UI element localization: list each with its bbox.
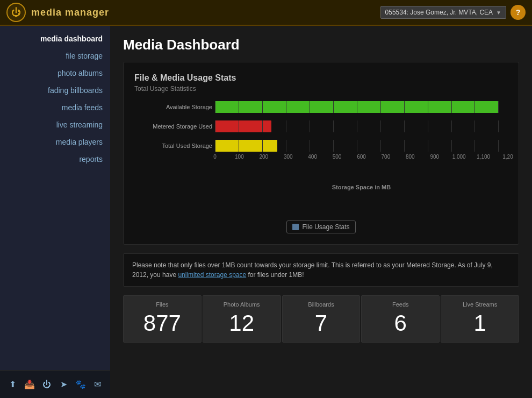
x-tick-1: 100 bbox=[235, 154, 244, 160]
sidebar-item-fading-billboards[interactable]: fading billboards bbox=[0, 82, 110, 99]
x-tick-12: 1,20 bbox=[502, 154, 513, 160]
download-icon[interactable]: 📥 bbox=[22, 377, 37, 392]
upload-icon[interactable]: ⬆ bbox=[5, 377, 20, 392]
chart-bar-label-available: Available Storage bbox=[134, 104, 212, 110]
stat-value-live-streams: 1 bbox=[445, 312, 514, 335]
x-tick-3: 300 bbox=[284, 154, 293, 160]
app-header: ⏻ media manager 055534: Jose Gomez, Jr. … bbox=[0, 0, 532, 26]
sidebar-nav: media dashboardfile storagephoto albumsf… bbox=[0, 26, 110, 370]
sidebar: media dashboardfile storagephoto albumsf… bbox=[0, 26, 110, 398]
legend-file-usage[interactable]: File Usage Stats bbox=[286, 221, 355, 233]
stat-card-live-streams: Live Streams1 bbox=[441, 295, 519, 343]
chart-bar-row-total: Total Used Storage bbox=[215, 140, 508, 152]
header-right: 055534: Jose Gomez, Jr. MVTA, CEA ▼ ? bbox=[380, 5, 526, 20]
info-text-2: for files under 1MB! bbox=[248, 271, 304, 279]
legend-color-swatch bbox=[292, 224, 299, 230]
chart-legend: File Usage Stats bbox=[134, 221, 508, 233]
arrow-icon[interactable]: ➤ bbox=[56, 377, 71, 392]
help-button[interactable]: ? bbox=[511, 5, 526, 20]
stat-label-feeds: Feeds bbox=[366, 301, 435, 308]
bar-metered bbox=[215, 120, 271, 132]
bar-container-available bbox=[215, 101, 508, 113]
power-icon[interactable]: ⏻ bbox=[39, 377, 54, 392]
stat-card-files: Files877 bbox=[123, 295, 202, 343]
bar-total bbox=[215, 140, 277, 152]
stat-value-photo-albums: 12 bbox=[207, 312, 276, 335]
x-tick-11: 1,100 bbox=[477, 154, 490, 160]
stat-value-files: 877 bbox=[128, 312, 197, 335]
x-tick-4: 400 bbox=[308, 154, 317, 160]
bar-chart: Available StorageMetered Storage UsedTot… bbox=[134, 101, 508, 212]
chart-bar-label-metered: Metered Storage Used bbox=[134, 123, 212, 130]
x-tick-0: 0 bbox=[213, 154, 217, 160]
bar-container-metered bbox=[215, 120, 508, 132]
chart-card: File & Media Usage Stats Total Usage Sta… bbox=[123, 62, 519, 245]
sidebar-item-media-feeds[interactable]: media feeds bbox=[0, 99, 110, 116]
bar-available bbox=[215, 101, 498, 113]
chart-title: File & Media Usage Stats bbox=[134, 73, 508, 83]
main-content: Media Dashboard File & Media Usage Stats… bbox=[110, 26, 532, 398]
app-logo-icon: ⏻ bbox=[6, 3, 26, 22]
sidebar-item-reports[interactable]: reports bbox=[0, 151, 110, 168]
stat-card-photo-albums: Photo Albums12 bbox=[203, 295, 281, 343]
stats-row: Files877Photo Albums12Billboards7Feeds6L… bbox=[123, 295, 519, 343]
chart-bar-row-available: Available Storage bbox=[215, 101, 508, 113]
share-icon[interactable]: 🐾 bbox=[73, 377, 88, 392]
sidebar-item-file-storage[interactable]: file storage bbox=[0, 47, 110, 65]
x-tick-10: 1,000 bbox=[452, 154, 466, 160]
x-tick-5: 500 bbox=[333, 154, 342, 160]
x-axis-ticks: 01002003004005006007008009001,0001,1001,… bbox=[215, 154, 508, 165]
stat-value-billboards: 7 bbox=[287, 312, 356, 335]
chevron-down-icon: ▼ bbox=[496, 10, 501, 16]
page-title: Media Dashboard bbox=[123, 37, 519, 53]
chart-rows: Available StorageMetered Storage UsedTot… bbox=[215, 101, 508, 152]
user-dropdown[interactable]: 055534: Jose Gomez, Jr. MVTA, CEA ▼ bbox=[380, 6, 506, 19]
x-tick-6: 600 bbox=[357, 154, 366, 160]
mail-icon[interactable]: ✉ bbox=[90, 377, 105, 392]
stat-label-photo-albums: Photo Albums bbox=[207, 301, 276, 308]
sidebar-item-media-dashboard[interactable]: media dashboard bbox=[0, 30, 110, 47]
legend-label: File Usage Stats bbox=[302, 223, 349, 231]
stat-label-files: Files bbox=[128, 301, 197, 308]
sidebar-item-photo-albums[interactable]: photo albums bbox=[0, 65, 110, 82]
x-tick-9: 900 bbox=[430, 154, 439, 160]
chart-bar-row-metered: Metered Storage Used bbox=[215, 120, 508, 132]
x-tick-8: 800 bbox=[406, 154, 415, 160]
header-left: ⏻ media manager bbox=[6, 3, 109, 22]
info-text-block: Please note that only files over 1MB cou… bbox=[123, 253, 519, 287]
chart-subtitle: Total Usage Statistics bbox=[134, 85, 508, 93]
chart-bar-label-total: Total Used Storage bbox=[134, 143, 212, 149]
app-title: media manager bbox=[31, 7, 109, 18]
stat-card-feeds: Feeds6 bbox=[361, 295, 440, 343]
main-layout: media dashboardfile storagephoto albumsf… bbox=[0, 26, 532, 398]
sidebar-item-live-streaming[interactable]: live streaming bbox=[0, 116, 110, 133]
unlimited-storage-link[interactable]: unlimited storage space bbox=[178, 271, 246, 279]
user-label: 055534: Jose Gomez, Jr. MVTA, CEA bbox=[385, 9, 493, 16]
stat-label-billboards: Billboards bbox=[287, 301, 356, 308]
x-axis-label: Storage Space in MB bbox=[215, 184, 508, 190]
sidebar-item-media-players[interactable]: media players bbox=[0, 133, 110, 151]
x-tick-2: 200 bbox=[259, 154, 268, 160]
stat-label-live-streams: Live Streams bbox=[445, 301, 514, 308]
stat-card-billboards: Billboards7 bbox=[282, 295, 361, 343]
sidebar-footer: ⬆ 📥 ⏻ ➤ 🐾 ✉ bbox=[0, 370, 110, 398]
bar-container-total bbox=[215, 140, 508, 152]
x-tick-7: 700 bbox=[382, 154, 391, 160]
stat-value-feeds: 6 bbox=[366, 312, 435, 335]
